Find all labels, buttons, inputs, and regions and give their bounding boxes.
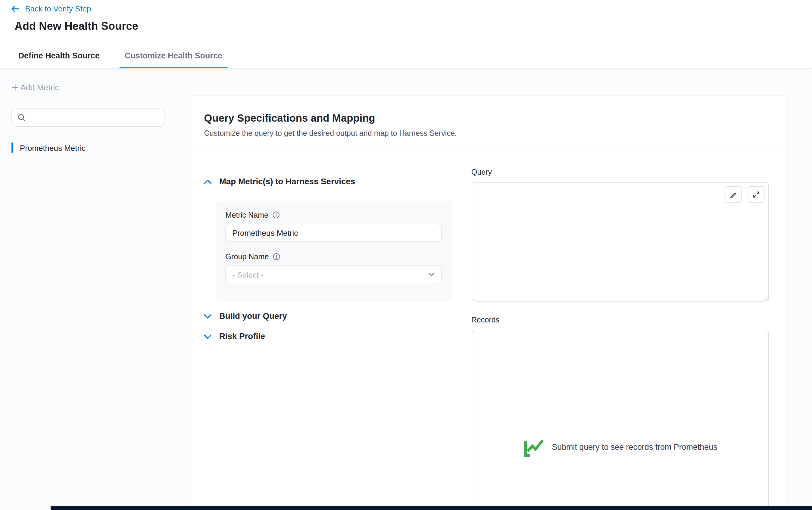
metric-list-item-prometheus-metric[interactable]: Prometheus Metric xyxy=(11,140,86,155)
section-title: Query Specifications and Mapping xyxy=(204,112,375,124)
tab-label: Define Health Source xyxy=(18,51,100,60)
header: Back to Verify Step Add New Health Sourc… xyxy=(0,0,812,68)
group-name-label-text: Group Name xyxy=(226,252,269,261)
query-spec-card: Query Specifications and Mapping Customi… xyxy=(190,95,786,510)
tab-customize-health-source[interactable]: Customize Health Source xyxy=(120,45,228,68)
accordion-risk-profile[interactable]: Risk Profile xyxy=(204,332,265,341)
metric-item-label: Prometheus Metric xyxy=(20,143,86,152)
query-textarea[interactable] xyxy=(472,182,768,302)
records-label: Records xyxy=(471,316,500,324)
map-metric-form-panel: Metric Name Group Name xyxy=(216,201,453,301)
group-name-select[interactable]: - Select - xyxy=(226,266,441,283)
info-icon xyxy=(273,253,280,260)
search-input[interactable] xyxy=(30,114,158,122)
query-label: Query xyxy=(471,168,492,176)
back-link-label: Back to Verify Step xyxy=(25,4,91,13)
add-metric-button[interactable]: Add Metric xyxy=(11,83,59,92)
expand-icon xyxy=(752,190,760,199)
accordion-label: Map Metric(s) to Harness Services xyxy=(219,177,355,186)
accordion-label: Risk Profile xyxy=(219,332,265,341)
page-title: Add New Health Source xyxy=(15,20,138,32)
line-chart-icon xyxy=(523,436,545,458)
plus-icon xyxy=(11,84,19,91)
pencil-icon xyxy=(729,190,737,199)
selected-indicator-bar xyxy=(11,142,13,153)
accordion-map-metrics[interactable]: Map Metric(s) to Harness Services xyxy=(204,177,355,186)
chevron-down-icon xyxy=(204,334,211,339)
query-editor xyxy=(472,182,768,302)
add-metric-label: Add Metric xyxy=(21,83,59,92)
app-window: Back to Verify Step Add New Health Sourc… xyxy=(0,0,812,510)
group-name-label: Group Name xyxy=(226,252,281,261)
records-empty-text: Submit query to see records from Prometh… xyxy=(552,442,717,452)
records-panel: Submit query to see records from Prometh… xyxy=(472,330,768,510)
accordion-build-query[interactable]: Build your Query xyxy=(204,311,287,321)
metric-name-label: Metric Name xyxy=(226,211,280,219)
info-icon xyxy=(272,211,280,218)
select-placeholder: - Select - xyxy=(232,270,264,279)
tab-bar: Define Health Source Customize Health So… xyxy=(13,45,242,68)
edit-query-button[interactable] xyxy=(725,186,742,203)
metric-name-input[interactable] xyxy=(226,224,441,241)
footer-bar xyxy=(51,506,812,510)
back-arrow-icon xyxy=(10,4,20,13)
tab-label: Customize Health Source xyxy=(125,51,222,60)
accordion-label: Build your Query xyxy=(219,311,287,321)
chevron-up-icon xyxy=(204,179,211,184)
metric-search xyxy=(11,109,165,127)
search-icon xyxy=(18,114,26,122)
section-subtitle: Customize the query to get the desired o… xyxy=(204,129,457,137)
metric-name-label-text: Metric Name xyxy=(226,211,268,219)
back-link[interactable]: Back to Verify Step xyxy=(10,4,91,13)
expand-query-button[interactable] xyxy=(748,186,764,203)
chevron-down-icon xyxy=(429,272,435,276)
content-area: Add Metric Prometheus Metric Que xyxy=(0,68,812,510)
sidebar-divider xyxy=(11,137,171,137)
metrics-sidebar: Add Metric Prometheus Metric xyxy=(0,68,190,510)
tab-define-health-source[interactable]: Define Health Source xyxy=(13,45,105,68)
card-header: Query Specifications and Mapping Customi… xyxy=(191,96,786,150)
chevron-down-icon xyxy=(204,314,211,319)
